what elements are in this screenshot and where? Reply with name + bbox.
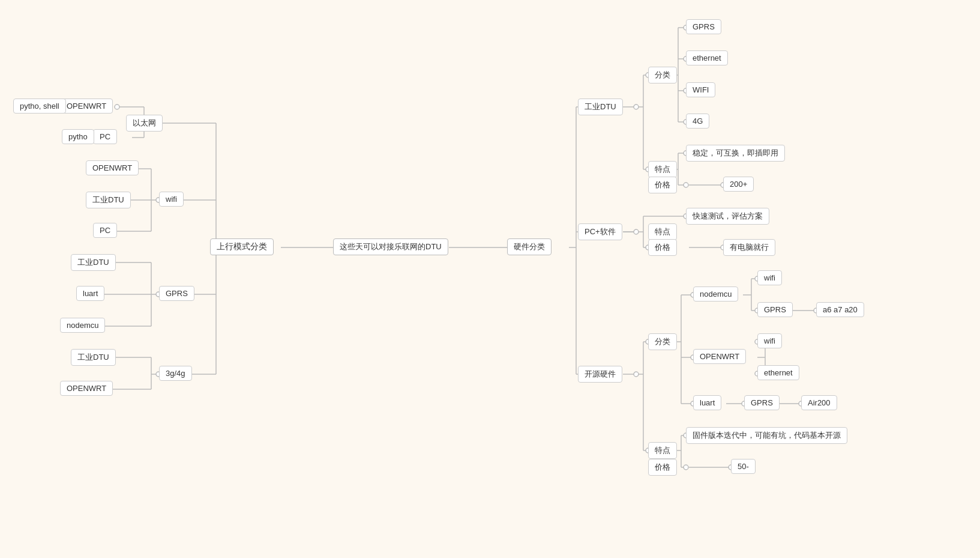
gydtu1-node: 工业DTU (86, 192, 133, 208)
fenl-open-node: 分类 (648, 333, 681, 350)
tedian-open-node: 特点 (648, 442, 681, 459)
wifi-ow-node: wifi (757, 333, 790, 350)
youdian-node: 有电脑就行 (723, 239, 783, 256)
level1-node: 这些天可以对接乐联网的DTU (333, 238, 453, 256)
hardware-node: 硬件分类 (507, 238, 555, 256)
wending-node: 稳定，可互换，即插即用 (686, 145, 800, 162)
wifi-nm-node: wifi (757, 270, 790, 287)
pytho2-node: pytho (62, 129, 99, 146)
wifi-node: wifi (159, 192, 192, 208)
pytho-shell-node: pytho, shell (13, 99, 71, 115)
svg-point-108 (684, 183, 688, 187)
openwrt2-node: OPENWRT (86, 160, 143, 177)
50minus-node: 50- (731, 459, 764, 476)
4G-node: 4G (686, 114, 711, 130)
g3g4g-node: 3g/4g (159, 366, 195, 383)
gprs-node: GPRS (159, 286, 195, 303)
fenl1-node: 分类 (648, 67, 681, 83)
WIFI-l1-node: WIFI (686, 82, 721, 99)
svg-point-99 (634, 229, 639, 234)
opensrc-node: 开源硬件 (578, 366, 625, 383)
GPRS-l1-node: GPRS (686, 19, 725, 36)
ethernet-ow-node: ethernet (757, 365, 804, 382)
industry-dtu-node: 工业DTU (578, 99, 625, 115)
svg-point-126 (684, 465, 688, 470)
svg-point-98 (634, 105, 639, 109)
svg-point-100 (634, 372, 639, 377)
yitaiwang-node: 以太网 (126, 115, 167, 132)
luart-open-node: luart (693, 395, 726, 412)
root-node: 上行模式分类 (210, 238, 282, 256)
ethernet-l1-node: ethernet (686, 50, 733, 67)
a6a7a20-node: a6 a7 a20 (816, 302, 873, 319)
jiage-pc-node: 价格 (648, 239, 681, 256)
nodemcu-open-node: nodemcu (693, 287, 742, 303)
pcsoft-node: PC+软件 (578, 223, 625, 240)
gujianbendi-node: 固件版本迭代中，可能有坑，代码基本开源 (686, 427, 872, 444)
gprs-nm-node: GPRS (757, 302, 796, 319)
luart-node: luart (76, 286, 111, 303)
openwrt-open-node: OPENWRT (693, 349, 746, 366)
gydtu3-node: 工业DTU (71, 349, 118, 366)
kuaisu-node: 快速测试，评估方案 (686, 208, 782, 225)
jiage-open-node: 价格 (648, 459, 681, 476)
200plus-node: 200+ (723, 177, 762, 193)
gydtu2-node: 工业DTU (71, 254, 118, 271)
gprs-luart-node: GPRS (744, 395, 783, 412)
tedian1-node: 特点 (648, 161, 681, 178)
jiage1-node: 价格 (648, 177, 681, 193)
tedian-pc-node: 特点 (648, 223, 681, 240)
nodemcu1-node: nodemcu (60, 318, 109, 335)
air200-node: Air200 (801, 395, 840, 412)
pc2-node: PC (93, 223, 122, 240)
openwrt3-node: OPENWRT (60, 381, 117, 398)
